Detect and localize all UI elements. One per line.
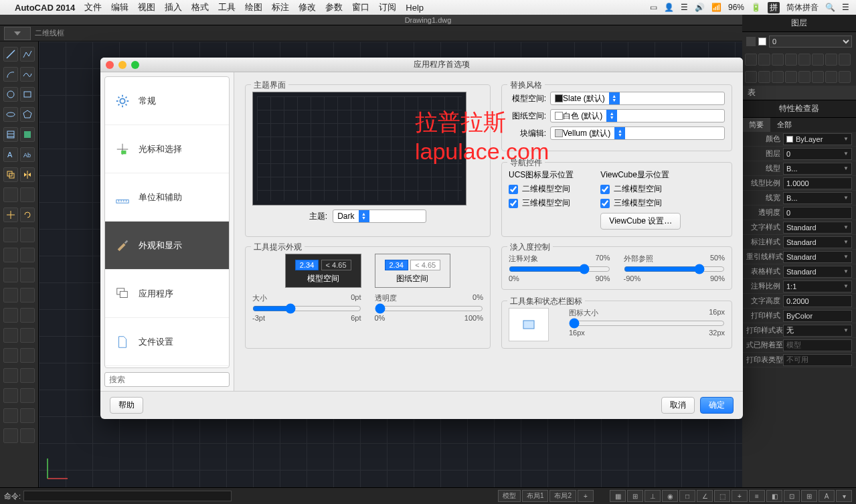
property-value[interactable]: 不可用 [783, 354, 852, 366]
prefs-tab-general[interactable]: 常规 [105, 77, 229, 125]
status-dynucs-icon[interactable]: ⬚ [714, 490, 730, 502]
prefs-tab-application[interactable]: 应用程序 [105, 270, 229, 318]
property-value[interactable]: 0.2000 [783, 295, 852, 307]
property-value[interactable]: 1.0000 [783, 177, 852, 189]
tool-copy-icon[interactable] [3, 167, 18, 182]
tool-erase-icon[interactable] [20, 288, 35, 303]
property-value[interactable]: 0▼ [783, 148, 852, 160]
tab-all[interactable]: 全部 [770, 118, 798, 132]
theme-select[interactable]: Dark▲▼ [333, 209, 426, 223]
tool-chamfer-icon[interactable] [20, 268, 35, 282]
tool-array-icon[interactable] [20, 187, 35, 202]
icon-size-slider[interactable] [569, 318, 725, 329]
tool-polyline-icon[interactable] [20, 47, 35, 62]
layer-tool-icon[interactable] [758, 54, 770, 66]
tool-hatch-icon[interactable] [3, 127, 18, 142]
minimize-icon[interactable] [118, 61, 126, 69]
layer-tool-icon[interactable] [772, 54, 784, 66]
tool-scale-icon[interactable] [3, 228, 18, 242]
tooltip-model-preview[interactable]: 2.34 < 4.65 模型空间 [285, 254, 361, 288]
ok-button[interactable]: 确定 [700, 397, 734, 414]
property-value[interactable]: B...▼ [783, 192, 852, 204]
tooltip-paper-preview[interactable]: 2.34 < 4.65 图纸空间 [375, 254, 451, 288]
tool-polygon-icon[interactable] [20, 107, 35, 122]
menu-subscribe[interactable]: 订阅 [379, 1, 396, 13]
layer-select[interactable]: 0 [769, 35, 852, 48]
layer-state-icon[interactable] [746, 37, 756, 46]
tool-fillet-icon[interactable] [3, 268, 18, 282]
tool-mirror-icon[interactable] [20, 167, 35, 182]
menu-edit[interactable]: 编辑 [111, 1, 129, 13]
tool-extend-icon[interactable] [20, 248, 35, 262]
prefs-tab-files[interactable]: 文件设置 [105, 318, 229, 366]
menu-modify[interactable]: 修改 [298, 1, 316, 13]
property-row[interactable]: 透明度0 [742, 205, 856, 220]
tool-block-icon[interactable] [3, 388, 18, 403]
tool-utility2-icon[interactable] [20, 428, 35, 443]
status-sc-icon[interactable]: ⊞ [801, 490, 817, 502]
close-icon[interactable] [106, 61, 114, 69]
add-layout-button[interactable]: + [578, 490, 594, 502]
prefs-tab-appearance[interactable]: 外观和显示 [105, 222, 229, 270]
tool-move-icon[interactable] [3, 207, 18, 222]
volume-icon[interactable]: 🔊 [695, 3, 705, 12]
menu-help[interactable]: Help [406, 3, 424, 13]
layer-tool-icon[interactable] [798, 54, 810, 66]
layer-tool-icon[interactable] [798, 71, 810, 83]
layout1-tab-button[interactable]: 布局1 [522, 490, 549, 502]
property-row[interactable]: 图层0▼ [742, 147, 856, 161]
layer-tool-icon[interactable] [758, 71, 770, 83]
visual-style-dropdown[interactable] [4, 27, 31, 40]
menu-window[interactable]: 窗口 [352, 1, 369, 13]
disk-icon[interactable]: ☰ [681, 3, 688, 12]
status-transparency-icon[interactable]: ◧ [766, 490, 782, 502]
tool-explode-icon[interactable] [3, 288, 18, 303]
tab-brief[interactable]: 简要 [742, 118, 770, 132]
tool-ellipse-icon[interactable] [3, 107, 18, 122]
property-value[interactable]: 模型 [783, 339, 852, 351]
property-row[interactable]: 线型比例1.0000 [742, 176, 856, 191]
tool-line-icon[interactable] [3, 47, 18, 62]
app-name[interactable]: AutoCAD 2014 [15, 3, 75, 13]
property-row[interactable]: 打印样式ByColor [742, 309, 856, 323]
property-row[interactable]: 线宽B...▼ [742, 191, 856, 205]
property-value[interactable]: Standard▼ [783, 251, 852, 263]
spotlight-icon[interactable]: 🔍 [825, 3, 835, 12]
property-value[interactable]: 0 [783, 207, 852, 219]
layer-color-swatch[interactable] [758, 37, 766, 46]
layout2-tab-button[interactable]: 布局2 [549, 490, 576, 502]
status-dyninput-icon[interactable]: + [732, 490, 748, 502]
tool-stretch-icon[interactable] [20, 228, 35, 242]
property-value[interactable]: Standard▼ [783, 236, 852, 248]
menu-insert[interactable]: 插入 [165, 1, 182, 13]
layer-tool-icon[interactable] [812, 54, 824, 66]
property-row[interactable]: 表格样式Standard▼ [742, 264, 856, 279]
property-row[interactable]: 颜色ByLayer▼ [742, 132, 856, 147]
tool-dim2-icon[interactable] [20, 308, 35, 323]
layer-tool-icon[interactable] [785, 54, 797, 66]
tool-rect-icon[interactable] [20, 87, 35, 102]
menu-file[interactable]: 文件 [84, 1, 102, 13]
tool-circle-icon[interactable] [3, 87, 18, 102]
tool-trim-icon[interactable] [3, 248, 18, 262]
property-row[interactable]: 打印样式表无▼ [742, 323, 856, 338]
dialog-titlebar[interactable]: 应用程序首选项 [100, 58, 743, 72]
status-snap-icon[interactable]: ▦ [610, 490, 626, 502]
prefs-search-input[interactable] [104, 372, 230, 387]
property-value[interactable]: Standard▼ [783, 222, 852, 234]
property-row[interactable]: 重引线样式Standard▼ [742, 250, 856, 264]
ucs-2d-checkbox[interactable]: 二维模型空间 [509, 183, 574, 195]
tool-dim1-icon[interactable] [3, 308, 18, 323]
status-ortho-icon[interactable]: ⊥ [645, 490, 661, 502]
viewcube-2d-checkbox[interactable]: 二维模型空间 [600, 183, 681, 195]
user-icon[interactable]: 👤 [664, 3, 674, 12]
status-otrack-icon[interactable]: ∠ [697, 490, 713, 502]
property-row[interactable]: 线型B...▼ [742, 161, 856, 176]
status-qp-icon[interactable]: ⊡ [784, 490, 800, 502]
property-row[interactable]: 标注样式Standard▼ [742, 235, 856, 250]
tool-group-icon[interactable] [20, 408, 35, 423]
layer-tool-icon[interactable] [825, 71, 837, 83]
paper-space-select[interactable]: 白色 (默认)▲▼ [550, 109, 725, 122]
menu-dimension[interactable]: 标注 [272, 1, 289, 13]
property-value[interactable]: 无▼ [783, 325, 852, 337]
